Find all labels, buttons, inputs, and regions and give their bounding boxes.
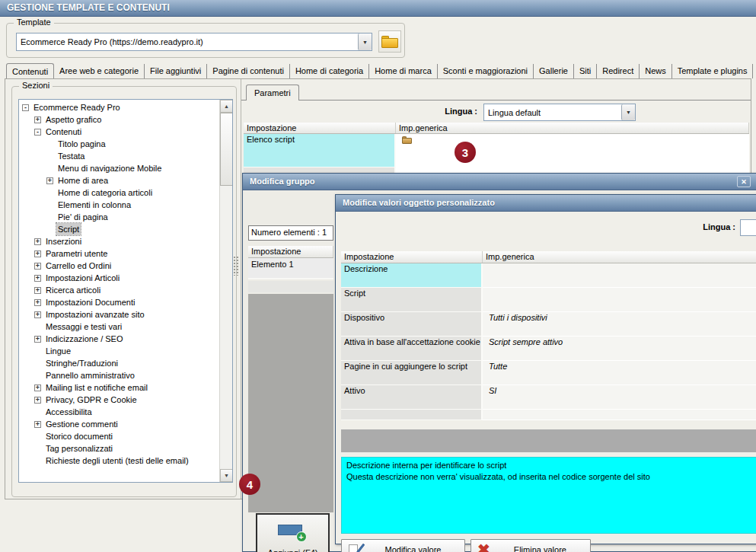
row-dispositivo[interactable]: Dispositivo Tutti i dispositivi [341,312,756,337]
tree-expand-icon[interactable]: + [34,263,41,270]
row-descrizione[interactable]: Descrizione [341,263,756,288]
tree-item[interactable]: Stringhe/Traduzioni [19,357,219,369]
tab-contenuti[interactable]: Contenuti [6,63,54,79]
row-value[interactable]: Tutte [483,361,756,385]
tree-item[interactable]: +Privacy, GDPR e Cookie [19,394,219,406]
tree-item[interactable]: +Home di area [19,174,219,187]
row-name[interactable]: Pagine in cui aggiungere lo script [341,361,483,385]
tree-item[interactable]: Home di categoria articoli [19,187,219,199]
tree-item[interactable]: -Contenuti [19,126,219,138]
tab-siti[interactable]: Siti [574,64,597,78]
row-attiva-cookie[interactable]: Attiva in base all'accettazione cookie S… [341,337,756,361]
row-name[interactable]: Attivo [341,385,483,410]
browse-template-button[interactable] [378,30,401,53]
tree-expand-icon[interactable]: + [34,384,41,391]
tab-template-e-plugins[interactable]: Template e plugins [672,64,754,78]
tab-sconti-e-maggiorazioni[interactable]: Sconti e maggiorazioni [438,64,534,78]
tree-item[interactable]: Testata [19,150,219,162]
tab-home-di-categoria[interactable]: Home di categoria [290,64,369,78]
tab-gallerie[interactable]: Gallerie [534,64,574,78]
tree-item-label: Pannello amministrativo [44,369,136,381]
tree-expand-icon[interactable]: + [34,250,41,257]
tree-item[interactable]: -Ecommerce Ready Pro [19,101,219,113]
col-imp-generica: Imp.generica [483,251,756,263]
elimina-valore-button[interactable]: ✖ Elimina valore [471,539,591,552]
lingua-combobox-inner[interactable] [740,219,756,236]
tree-expand-icon[interactable]: + [34,336,41,343]
tree-expand-icon[interactable]: + [34,116,41,123]
sections-tree[interactable]: -Ecommerce Ready Pro +Aspetto grafico -C… [18,99,233,483]
tree-expand-icon[interactable]: + [34,275,41,282]
tab-aree-web-e-categorie[interactable]: Aree web e categorie [54,64,145,78]
row-name[interactable]: Elenco script [244,134,396,168]
tree-item[interactable]: +Ricerca articoli [19,284,219,296]
close-icon[interactable]: ✕ [737,176,751,187]
tab-news[interactable]: News [640,64,672,78]
list-item-elemento-1[interactable]: Elemento 1 [248,258,333,279]
tree-item[interactable]: Tag personalizzati [19,442,219,455]
tree-item[interactable]: Richieste degli utenti (testi delle emai… [19,455,219,467]
aggiungi-button[interactable]: + Aggiungi (F4) [256,513,330,552]
row-pagine[interactable]: Pagine in cui aggiungere lo script Tutte [341,361,756,385]
tree-collapse-icon[interactable]: - [22,104,29,111]
tree-item[interactable]: Titolo pagina [19,138,219,150]
tree-item[interactable]: Pannello amministrativo [19,369,219,381]
tree-item[interactable]: +Indicizzazione / SEO [19,333,219,345]
tree-item[interactable]: +Impostazioni avanzate sito [19,308,219,321]
scroll-down-icon[interactable]: ▼ [220,469,233,482]
tree-item[interactable]: +Carrello ed Ordini [19,260,219,272]
row-value[interactable]: SI [483,385,756,410]
lingua-combobox[interactable]: Lingua default ▼ [483,104,636,121]
row-value[interactable] [483,263,756,288]
folder-icon [381,36,398,48]
lingua-combobox-arrow[interactable]: ▼ [621,104,635,120]
tree-item[interactable]: Messaggi e testi vari [19,321,219,333]
tree-item-script-selected[interactable]: Script [19,223,219,235]
tree-expand-icon[interactable]: + [34,311,41,318]
tree-item[interactable]: +Impostazioni Articoli [19,272,219,284]
tree-collapse-icon[interactable]: - [34,129,41,136]
tree-expand-icon[interactable]: + [46,177,53,184]
row-name[interactable]: Descrizione [341,263,483,288]
tree-scrollbar[interactable]: ▲ ▼ [219,100,232,482]
tree-item[interactable]: Lingue [19,345,219,357]
template-combobox-arrow[interactable]: ▼ [358,34,372,50]
row-value[interactable]: Script sempre attivo [483,337,756,361]
tab-home-di-marca[interactable]: Home di marca [369,64,438,78]
tree-item[interactable]: Pie' di pagina [19,211,219,223]
row-name[interactable]: Dispositivo [341,312,483,337]
row-value[interactable]: Tutti i dispositivi [483,312,756,337]
tab-parametri[interactable]: Parametri [246,85,299,101]
tab-pagine-di-contenuti[interactable]: Pagine di contenuti [207,64,290,78]
tree-expand-icon[interactable]: + [34,421,41,428]
template-combobox[interactable]: Ecommerce Ready Pro (https://demo.readyp… [16,33,372,51]
folder-icon[interactable] [402,136,412,144]
tree-item[interactable]: Accessibilita [19,406,219,418]
modifica-valore-button[interactable]: Modifica valore [341,539,465,552]
tree-expand-icon[interactable]: + [34,287,41,294]
splitter-grip[interactable] [233,256,239,276]
scrollbar-thumb[interactable] [220,113,233,186]
tree-item[interactable]: +Aspetto grafico [19,113,219,126]
row-value[interactable] [396,134,749,168]
table-row-elenco-script[interactable]: Elenco script [244,134,749,168]
row-name[interactable]: Script [341,288,483,312]
tree-item[interactable]: +Impostazioni Documenti [19,296,219,308]
tree-item[interactable]: Elementi in colonna [19,199,219,211]
tree-expand-icon[interactable]: + [34,299,41,306]
tree-expand-icon[interactable]: + [34,397,41,404]
tab-redirect[interactable]: Redirect [597,64,640,78]
tree-item[interactable]: +Parametri utente [19,247,219,260]
tree-item[interactable]: +Gestione commenti [19,418,219,430]
row-attivo[interactable]: Attivo SI [341,385,756,410]
scroll-up-icon[interactable]: ▲ [220,100,233,113]
row-name[interactable]: Attiva in base all'accettazione cookie [341,337,483,361]
tree-item[interactable]: +Mailing list e notifiche email [19,381,219,394]
tree-item[interactable]: +Inserzioni [19,235,219,247]
tree-item[interactable]: Storico documenti [19,430,219,442]
row-value[interactable] [483,288,756,312]
tree-expand-icon[interactable]: + [34,238,41,245]
tree-item[interactable]: Menu di navigazione Mobile [19,162,219,174]
tab-file-aggiuntivi[interactable]: File aggiuntivi [145,64,207,78]
row-script[interactable]: Script [341,288,756,312]
